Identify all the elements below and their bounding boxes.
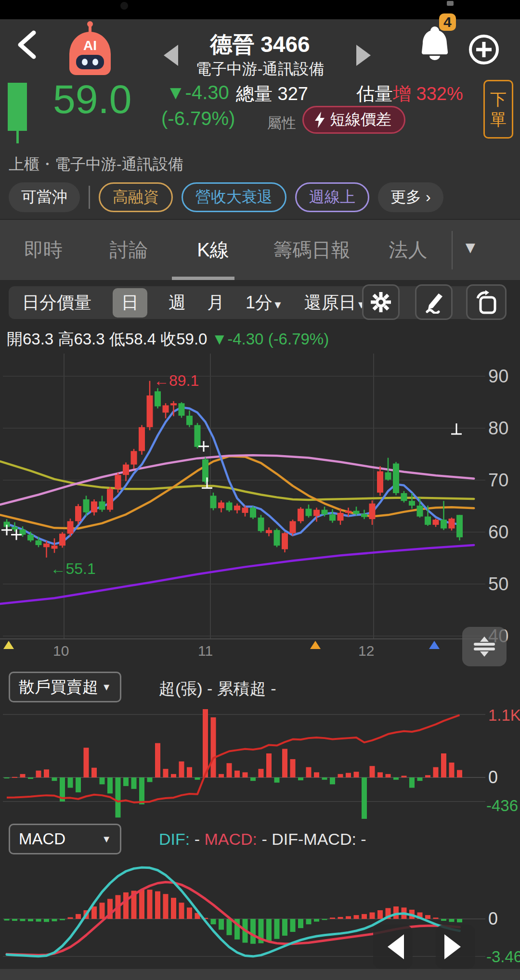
svg-text:0: 0 — [488, 767, 498, 787]
caret-down-icon: ▼ — [273, 299, 283, 311]
svg-text:11: 11 — [198, 643, 213, 658]
gear-icon — [369, 291, 392, 314]
svg-text:70: 70 — [488, 470, 508, 490]
ohlc-readout: 開63.3 高63.3 低58.4 收59.0 ▼-4.30 (-6.79%) — [7, 329, 329, 350]
place-order-button[interactable]: 下 單 — [483, 80, 513, 139]
retail-net-buy-chart[interactable]: 1.1K0-436 — [0, 707, 520, 819]
period-day-button[interactable]: 日 — [113, 288, 147, 318]
restore-dropdown[interactable]: 還原日▼ — [304, 291, 367, 315]
tag-more-button[interactable]: 更多 › — [378, 182, 443, 212]
stock-category: 電子中游-通訊設備 — [144, 59, 376, 80]
settings-button[interactable] — [362, 284, 400, 320]
retail-indicator-select[interactable]: 散戶買賣超 ▼ — [9, 672, 121, 702]
macd-value: - — [261, 830, 267, 848]
ohlc-values: 開63.3 高63.3 低58.4 收59.0 — [7, 330, 207, 348]
estimate-volume: 估量增 332% — [356, 82, 463, 106]
total-volume-value: 327 — [278, 84, 308, 104]
dif-macd-label: DIF-MACD: — [272, 830, 356, 848]
svg-text:←55.1: ←55.1 — [51, 560, 96, 577]
svg-text:0: 0 — [488, 909, 498, 929]
ai-robot-icon[interactable]: AI — [64, 20, 117, 78]
estimate-label: 估量 — [356, 84, 393, 104]
svg-text:90: 90 — [488, 366, 508, 386]
macd-label: MACD: — [204, 830, 257, 848]
add-watchlist-icon[interactable] — [468, 34, 500, 65]
dif-label: DIF: — [159, 830, 190, 848]
pencil-icon — [422, 291, 445, 314]
tab-divider — [452, 231, 453, 269]
tab-institutional[interactable]: 法人 — [368, 237, 448, 263]
macd-select-label: MACD — [19, 830, 65, 848]
svg-text:12: 12 — [358, 643, 374, 658]
tab-realtime[interactable]: 即時 — [0, 237, 87, 263]
quote-section: 59.0 ▼-4.30 (-6.79%) 總量 327 估量增 332% 屬性 … — [0, 78, 520, 150]
draw-button[interactable] — [415, 284, 453, 320]
handle-bar — [474, 643, 495, 646]
status-icon — [447, 1, 454, 6]
handle-bar — [474, 648, 495, 650]
order-label-2: 單 — [490, 109, 507, 129]
period-week-button[interactable]: 週 — [169, 291, 186, 315]
attribute-label: 屬性 — [267, 114, 296, 133]
caret-down-icon: ▼ — [102, 682, 111, 693]
scale-down-icon — [480, 651, 489, 661]
price-change: ▼-4.30 — [166, 82, 229, 103]
tag-revenue-decline[interactable]: 營收大衰退 — [182, 182, 286, 212]
rotate-screen-button[interactable] — [466, 284, 507, 320]
lightning-icon — [313, 111, 326, 128]
tag-divider — [89, 186, 90, 209]
ohlc-change: ▼-4.30 (-6.79%) — [212, 330, 329, 348]
chart-scale-handle[interactable] — [462, 627, 507, 666]
short-term-spread-badge[interactable]: 短線價差 — [302, 106, 405, 134]
restore-label: 還原日 — [304, 293, 356, 312]
minute-dropdown[interactable]: 1分▼ — [246, 291, 283, 315]
price-candle-wick — [16, 131, 19, 143]
price-change-pct: (-6.79%) — [161, 108, 235, 129]
scroll-left-button[interactable] — [373, 925, 413, 969]
total-volume: 總量 327 — [236, 82, 308, 106]
back-icon[interactable] — [13, 29, 45, 61]
svg-text:1.1K: 1.1K — [488, 707, 520, 724]
svg-text:10: 10 — [53, 643, 69, 658]
tab-bar: 即時 討論 K線 籌碼日報 法人 — [0, 219, 520, 281]
svg-text:50: 50 — [488, 574, 508, 594]
dif-macd-value: - — [361, 830, 366, 848]
right-arrow-icon — [444, 934, 473, 959]
camera-notch — [120, 2, 128, 10]
estimate-pct: 332% — [416, 84, 463, 104]
scroll-right-button[interactable] — [436, 925, 475, 969]
chart-type-button[interactable]: 日分價量 — [22, 291, 91, 315]
estimate-direction: 增 — [393, 84, 411, 104]
tag-day-trade[interactable]: 可當沖 — [9, 182, 80, 212]
scale-up-icon — [480, 632, 489, 642]
tab-more-dropdown-icon[interactable]: ▼ — [462, 238, 479, 257]
tab-discussion[interactable]: 討論 — [87, 237, 171, 263]
macd-info-text: DIF: - MACD: - DIF-MACD: - — [159, 830, 366, 849]
tag-high-margin[interactable]: 高融資 — [99, 182, 173, 212]
rotate-phone-icon — [474, 290, 499, 315]
svg-text:80: 80 — [488, 418, 508, 438]
svg-text:-436: -436 — [486, 797, 518, 815]
svg-text:60: 60 — [488, 522, 508, 542]
tab-chip-daily[interactable]: 籌碼日報 — [255, 237, 368, 263]
header: AI 德晉 3466 電子中游-通訊設備 4 — [0, 19, 520, 78]
svg-text:AI: AI — [83, 38, 97, 53]
tag-above-weekly[interactable]: 週線上 — [295, 182, 369, 212]
macd-indicator-select[interactable]: MACD ▼ — [9, 824, 121, 854]
bottom-edge — [0, 969, 520, 980]
stock-title: 德晉 3466 — [144, 30, 376, 60]
active-tab-underline — [172, 277, 234, 280]
minute-label: 1分 — [246, 293, 273, 312]
candlestick-chart[interactable]: 101112908070605040←89.1←55.1 — [0, 354, 520, 658]
total-volume-label: 總量 — [236, 84, 273, 104]
order-label-1: 下 — [490, 89, 507, 109]
period-month-button[interactable]: 月 — [207, 291, 224, 315]
svg-text:←89.1: ←89.1 — [154, 372, 199, 389]
retail-info-text: 超(張) - 累積超 - — [159, 678, 276, 700]
tab-kline[interactable]: K線 — [171, 237, 255, 263]
market-category-line: 上櫃・電子中游-通訊設備 — [9, 154, 183, 175]
chart-area: 日分價量 日 週 月 1分▼ 還原日▼ 開63.3 高63.3 低58.4 收5… — [0, 281, 520, 969]
dif-value: - — [195, 830, 200, 848]
last-price: 59.0 — [53, 76, 132, 123]
alert-count-badge: 4 — [439, 13, 456, 31]
